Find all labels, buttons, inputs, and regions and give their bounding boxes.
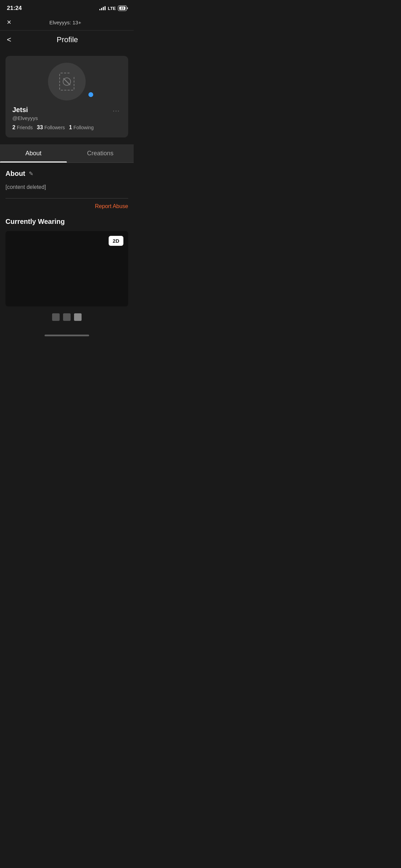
carousel-dot-3[interactable]: [74, 313, 82, 321]
following-stat: 1 Following: [69, 124, 94, 131]
more-options-button[interactable]: ···: [111, 106, 121, 116]
followers-stat: 33 Followers: [37, 124, 65, 131]
username: @Elveyyys: [12, 115, 111, 121]
about-header: About ✎: [5, 170, 128, 178]
following-label: Following: [73, 125, 94, 130]
currently-wearing-heading: Currently Wearing: [5, 218, 128, 226]
battery-tip: [127, 7, 128, 9]
page-title: Profile: [18, 35, 117, 44]
ban-circle-icon: [63, 77, 71, 86]
following-count: 1: [69, 124, 72, 131]
home-bar: [45, 335, 89, 336]
carousel-dots: [5, 306, 128, 324]
battery-level: 23: [121, 7, 124, 10]
avatar: [48, 63, 86, 100]
battery-icon: 23: [118, 5, 127, 11]
doc-fold-icon: [70, 73, 74, 77]
online-indicator: [88, 92, 94, 98]
followers-label: Followers: [44, 125, 65, 130]
back-button[interactable]: <: [7, 35, 11, 44]
profile-card: Jetsi @Elveyyys 2 Friends 33 Followers 1…: [5, 56, 128, 137]
top-nav-title: Elveyyys: 13+: [49, 20, 81, 25]
friends-label: Friends: [17, 125, 33, 130]
close-button[interactable]: ×: [7, 18, 11, 27]
tab-about[interactable]: About: [0, 144, 67, 162]
profile-details: Jetsi @Elveyyys 2 Friends 33 Followers 1…: [12, 106, 111, 131]
friends-count: 2: [12, 124, 15, 131]
signal-bars-icon: [99, 6, 106, 10]
status-bar: 21:24 LTE 23: [0, 0, 134, 14]
carousel-dot-2[interactable]: [63, 313, 71, 321]
about-section: About ✎ [content deleted] Report Abuse C…: [0, 163, 134, 331]
lte-label: LTE: [108, 6, 116, 11]
status-icons: LTE 23: [99, 5, 127, 11]
stats-row: 2 Friends 33 Followers 1 Following: [12, 124, 111, 131]
profile-info: Jetsi @Elveyyys 2 Friends 33 Followers 1…: [12, 106, 121, 131]
tabs-container: About Creations: [0, 144, 134, 163]
friends-stat: 2 Friends: [12, 124, 33, 131]
ban-line-icon: [63, 78, 71, 85]
view-2d-button[interactable]: 2D: [109, 236, 123, 246]
about-content: [content deleted]: [5, 183, 128, 191]
edit-button[interactable]: ✎: [29, 170, 33, 177]
followers-count: 33: [37, 124, 43, 131]
divider: [5, 198, 128, 198]
home-indicator: [0, 331, 134, 338]
status-time: 21:24: [7, 5, 22, 12]
tab-creations[interactable]: Creations: [67, 144, 134, 162]
top-nav-bar: × Elveyyys: 13+: [0, 14, 134, 31]
doc-border-icon: [59, 73, 74, 91]
about-heading: About: [5, 170, 25, 178]
report-abuse-button[interactable]: Report Abuse: [5, 203, 128, 209]
wearing-preview: 2D: [5, 231, 128, 306]
display-name: Jetsi: [12, 106, 111, 114]
profile-nav-bar: < Profile: [0, 31, 134, 49]
avatar-placeholder-icon: [58, 72, 75, 92]
avatar-container: [12, 63, 121, 100]
battery-fill: 23: [119, 7, 125, 10]
carousel-dot-1[interactable]: [52, 313, 60, 321]
